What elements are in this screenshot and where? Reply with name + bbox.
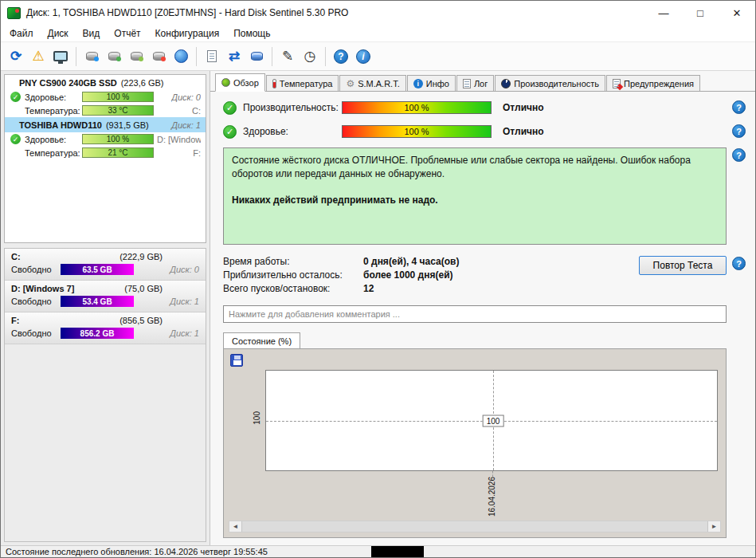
gauge-icon[interactable]: ◷: [300, 46, 320, 67]
partition-disk-number: Диск: 1: [170, 297, 199, 306]
partition-row-f[interactable]: F: (856,5 GB) Свободно 856.2 GB Диск: 1: [5, 312, 206, 344]
status-action-text: Никаких действий предпринимать не надо.: [232, 194, 718, 207]
disk-health-row: ✓ Здоровье: 100 % D: [Windows: [5, 132, 206, 146]
chart-tab-state[interactable]: Состояние (%): [223, 332, 300, 348]
toolbar-separator: [272, 47, 272, 66]
power-on-label: Время работы:: [223, 256, 363, 267]
performance-gauge-icon: [501, 79, 511, 88]
health-gauge: 100 %: [342, 125, 492, 138]
minimize-button[interactable]: —: [645, 1, 682, 25]
online-disk-icon[interactable]: [170, 46, 191, 67]
tab-smart[interactable]: ⚙ S.M.A.R.T.: [339, 75, 405, 91]
disk-scan-icon[interactable]: [104, 46, 124, 67]
toolbar-separator: [196, 47, 197, 66]
gear-icon: ⚙: [346, 78, 354, 89]
performance-row: ✓ Производительность: 100 % Отлично ?: [223, 100, 755, 116]
disk-health-row: ✓ Здоровье: 100 % Диск: 0: [5, 90, 206, 104]
close-button[interactable]: ✕: [719, 1, 755, 25]
health-row: ✓ Здоровье: 100 % Отлично ?: [223, 124, 755, 140]
help-icon[interactable]: ?: [732, 124, 746, 138]
health-status: Отлично: [503, 126, 544, 137]
performance-gauge: 100 %: [342, 101, 492, 114]
drive-letters: C:: [192, 106, 201, 116]
partition-disk-number: Диск: 0: [170, 265, 199, 274]
x-axis-tick: 16.04.2026: [488, 477, 496, 517]
sync-icon[interactable]: ⇄: [224, 46, 245, 67]
disk-header-selected[interactable]: TOSHIBA HDWD110 (931,5 GB) Диск: 1: [5, 117, 206, 132]
menu-view[interactable]: Вид: [76, 26, 108, 41]
scrollbar-thumb[interactable]: [241, 521, 708, 532]
scroll-right-button[interactable]: ►: [708, 521, 720, 532]
app-icon: [7, 7, 21, 19]
menu-file[interactable]: Файл: [2, 26, 41, 41]
partition-letter: D: [Windows 7]: [11, 284, 74, 293]
temp-meter: 21 °C: [82, 147, 154, 158]
partition-size: (222,9 GB): [119, 252, 163, 261]
comment-input[interactable]: [223, 305, 727, 323]
disk-entry-toshiba[interactable]: TOSHIBA HDWD110 (931,5 GB) Диск: 1 ✓ Здо…: [5, 117, 206, 159]
retest-button[interactable]: Повтор Теста: [639, 256, 727, 275]
help-icon[interactable]: ?: [331, 46, 351, 67]
tabbar: Обзор Температура ⚙ S.M.A.R.T. i Инфо Ло…: [210, 73, 755, 92]
save-chart-button[interactable]: [230, 354, 243, 367]
performance-label: Производительность:: [243, 102, 342, 113]
help-icon[interactable]: ?: [732, 257, 746, 270]
status-message-box: Состояние жёсткого диска ОТЛИЧНОЕ. Пробл…: [223, 147, 727, 245]
temp-meter: 33 °C: [82, 105, 154, 116]
sidebar: PNY CS900 240GB SSD (223,6 GB) ✓ Здоровь…: [1, 71, 210, 545]
crosshair-vertical-ext: [492, 471, 493, 477]
menu-help[interactable]: Помощь: [226, 26, 277, 41]
y-axis-tick: 100: [253, 411, 261, 425]
report-icon[interactable]: [202, 46, 222, 67]
tab-warnings[interactable]: Предупреждения: [606, 75, 700, 91]
performance-status: Отлично: [503, 102, 544, 113]
info-icon[interactable]: i: [353, 46, 374, 67]
chart-panel: 100 100 16.04.2026 ◄ ►: [223, 348, 727, 538]
disk-entry-pny[interactable]: PNY CS900 240GB SSD (223,6 GB) ✓ Здоровь…: [5, 75, 206, 117]
health-label: Здоровье:: [25, 92, 79, 102]
display-icon[interactable]: [50, 46, 71, 67]
stats-grid: Время работы: 0 дня(ей), 4 часа(ов) Приб…: [223, 256, 459, 294]
menu-disk[interactable]: Диск: [41, 26, 76, 41]
menu-configuration[interactable]: Конфигурация: [148, 26, 227, 41]
disk-test-icon[interactable]: [81, 46, 102, 67]
partition-row-c[interactable]: C: (222,9 GB) Свободно 63.5 GB Диск: 0: [5, 249, 206, 281]
tab-temperature[interactable]: Температура: [266, 75, 339, 91]
refresh-icon[interactable]: ⟳: [6, 46, 26, 67]
partition-row-d[interactable]: D: [Windows 7] (75,0 GB) Свободно 53.4 G…: [5, 281, 206, 312]
health-meter: 100 %: [82, 92, 154, 102]
disk-header[interactable]: PNY CS900 240GB SSD (223,6 GB): [5, 75, 206, 90]
disk-name: TOSHIBA HDWD110: [19, 120, 102, 130]
free-space-bar: 53.4 GB: [61, 296, 134, 307]
partition-list-panel: C: (222,9 GB) Свободно 63.5 GB Диск: 0 D…: [4, 248, 206, 542]
app-window: Диск: 1, TOSHIBA HDWD110 [Z0EJTMHNS] - H…: [0, 0, 756, 558]
help-icon[interactable]: ?: [732, 100, 746, 114]
info-circle-icon: i: [413, 79, 423, 88]
titlebar: Диск: 1, TOSHIBA HDWD110 [Z0EJTMHNS] - H…: [1, 1, 755, 25]
drive-letters: D: [Windows: [157, 135, 201, 144]
help-icon[interactable]: ?: [732, 148, 746, 162]
main-panel: Обзор Температура ⚙ S.M.A.R.T. i Инфо Ло…: [210, 71, 755, 545]
write-test-icon[interactable]: ✎: [277, 46, 298, 67]
chart-tabrow: Состояние (%): [223, 332, 755, 348]
chart-plot: 100: [265, 370, 718, 471]
scroll-left-button[interactable]: ◄: [229, 521, 241, 532]
toolbar: ⟳ ⚠ ⇄ ✎ ◷ ? i: [1, 42, 755, 71]
disk-size: (931,5 GB): [106, 120, 149, 130]
alerts-icon[interactable]: ⚠: [28, 46, 49, 67]
disk-health-icon[interactable]: [126, 46, 147, 67]
disk-copy-icon[interactable]: [246, 46, 267, 67]
chart-scrollbar[interactable]: ◄ ►: [229, 521, 721, 532]
health-ok-icon: ✓: [223, 125, 237, 139]
tab-info[interactable]: i Инфо: [407, 75, 456, 91]
status-message-wrap: Состояние жёсткого диска ОТЛИЧНОЕ. Пробл…: [223, 147, 755, 245]
tab-performance[interactable]: Производительность: [495, 75, 605, 91]
tab-log[interactable]: Лог: [456, 75, 494, 91]
tab-overview[interactable]: Обзор: [215, 73, 265, 92]
disk-temp-row: Температура: 21 °C F:: [5, 146, 206, 159]
menu-report[interactable]: Отчёт: [107, 26, 147, 41]
performance-ok-icon: ✓: [223, 101, 237, 115]
maximize-button[interactable]: □: [682, 1, 719, 25]
disk-remove-icon[interactable]: [148, 46, 169, 67]
health-ok-icon: ✓: [10, 134, 21, 144]
